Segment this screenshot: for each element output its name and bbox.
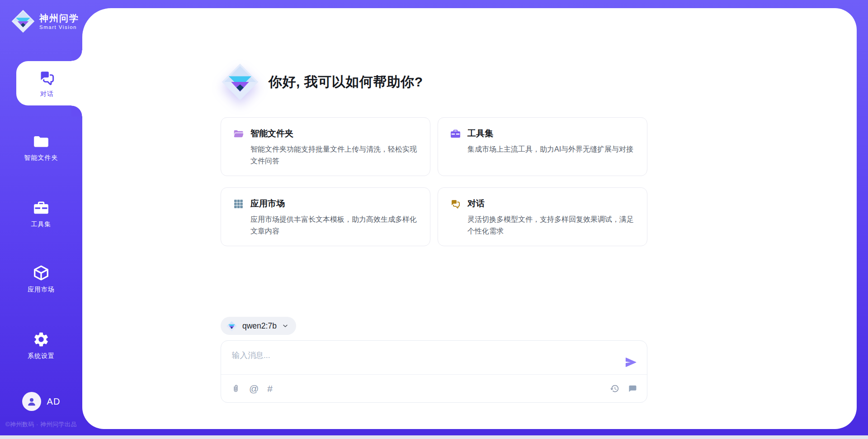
brand-diamond-logo-icon	[11, 9, 35, 33]
chat-icon	[38, 69, 56, 87]
chevron-down-icon	[282, 322, 289, 329]
copyright-footer: ©神州数码 · 神州问学出品	[0, 420, 82, 429]
cube-icon	[33, 264, 50, 282]
paperclip-icon[interactable]	[231, 384, 241, 393]
model-name: qwen2:7b	[242, 321, 277, 331]
user-initials: AD	[47, 396, 61, 407]
card-title: 智能文件夹	[250, 128, 293, 139]
message-composer: @ #	[221, 340, 647, 403]
card-title: 对话	[467, 198, 485, 210]
sidebar: 神州问学 Smart Vision 对话 智能文件夹 工具集 应用市场 系统设置…	[0, 0, 82, 435]
message-input[interactable]	[221, 341, 647, 376]
gear-icon	[33, 331, 50, 348]
chat-bubble-icon[interactable]	[627, 384, 637, 393]
sidebar-item-app-market[interactable]: 应用市场	[0, 264, 82, 294]
composer-toolbar: @ #	[221, 374, 647, 402]
chat-icon	[450, 198, 461, 210]
sidebar-item-label: 对话	[40, 90, 54, 98]
briefcase-icon	[33, 199, 50, 216]
assistant-diamond-logo-icon	[221, 62, 259, 101]
avatar	[22, 392, 41, 411]
folder-open-icon	[233, 128, 244, 139]
sidebar-item-label: 系统设置	[28, 352, 55, 360]
feature-cards: 智能文件夹 智能文件夹功能支持批量文件上传与清洗，轻松实现文件问答 工具集 集成…	[221, 117, 647, 246]
user-account[interactable]: AD	[0, 392, 82, 411]
card-chat[interactable]: 对话 灵活切换多模型文件，支持多样回复效果调试，满足个性化需求	[438, 187, 647, 246]
send-icon	[625, 356, 637, 368]
mention-icon[interactable]: @	[249, 384, 259, 393]
card-head: 应用市场	[233, 198, 418, 210]
active-tab-top-notch	[71, 50, 82, 61]
history-icon[interactable]	[610, 384, 619, 393]
card-head: 工具集	[450, 128, 635, 139]
person-icon	[26, 396, 38, 407]
card-description: 灵活切换多模型文件，支持多样回复效果调试，满足个性化需求	[467, 214, 635, 237]
sidebar-item-smart-folder[interactable]: 智能文件夹	[0, 133, 82, 162]
card-title: 工具集	[467, 128, 493, 139]
composer-left-icons: @ #	[231, 384, 273, 393]
brand-name: 神州问学	[39, 13, 79, 24]
brand-subtitle: Smart Vision	[39, 24, 79, 30]
sidebar-item-toolset[interactable]: 工具集	[0, 199, 82, 229]
card-head: 智能文件夹	[233, 128, 418, 139]
bottom-edge-strip	[0, 435, 868, 439]
card-description: 集成市场上主流工具，助力AI与外界无缝扩展与对接	[467, 143, 635, 155]
card-smart-folder[interactable]: 智能文件夹 智能文件夹功能支持批量文件上传与清洗，轻松实现文件问答	[221, 117, 430, 176]
sidebar-item-system-settings[interactable]: 系统设置	[0, 331, 82, 360]
model-selector[interactable]: qwen2:7b	[221, 317, 296, 335]
active-tab-bottom-notch	[71, 105, 82, 116]
model-diamond-logo-icon	[226, 320, 237, 332]
card-title: 应用市场	[250, 198, 285, 210]
sidebar-item-label: 应用市场	[28, 286, 55, 294]
brand-logo-block: 神州问学 Smart Vision	[11, 9, 79, 33]
card-toolset[interactable]: 工具集 集成市场上主流工具，助力AI与外界无缝扩展与对接	[438, 117, 647, 176]
chat-home-content: 你好, 我可以如何帮助你? 智能文件夹 智能文件夹功能支持批量文件上传与清洗，轻…	[221, 0, 647, 439]
card-head: 对话	[450, 198, 635, 210]
card-description: 应用市场提供丰富长文本模板，助力高效生成多样化文章内容	[250, 214, 418, 237]
hashtag-icon[interactable]: #	[267, 384, 273, 393]
composer-right-icons	[610, 384, 637, 393]
card-description: 智能文件夹功能支持批量文件上传与清洗，轻松实现文件问答	[250, 143, 418, 167]
grid-icon	[233, 198, 244, 210]
folder-icon	[33, 133, 50, 150]
greeting-row: 你好, 我可以如何帮助你?	[221, 62, 423, 101]
greeting-text: 你好, 我可以如何帮助你?	[269, 73, 423, 91]
brand-text: 神州问学 Smart Vision	[39, 13, 79, 30]
sidebar-item-label: 智能文件夹	[24, 154, 58, 162]
card-app-market[interactable]: 应用市场 应用市场提供丰富长文本模板，助力高效生成多样化文章内容	[221, 187, 430, 246]
send-button[interactable]	[625, 356, 637, 368]
sidebar-item-label: 工具集	[31, 220, 52, 229]
briefcase-icon	[450, 128, 461, 139]
sidebar-item-chat[interactable]: 对话	[16, 61, 85, 105]
